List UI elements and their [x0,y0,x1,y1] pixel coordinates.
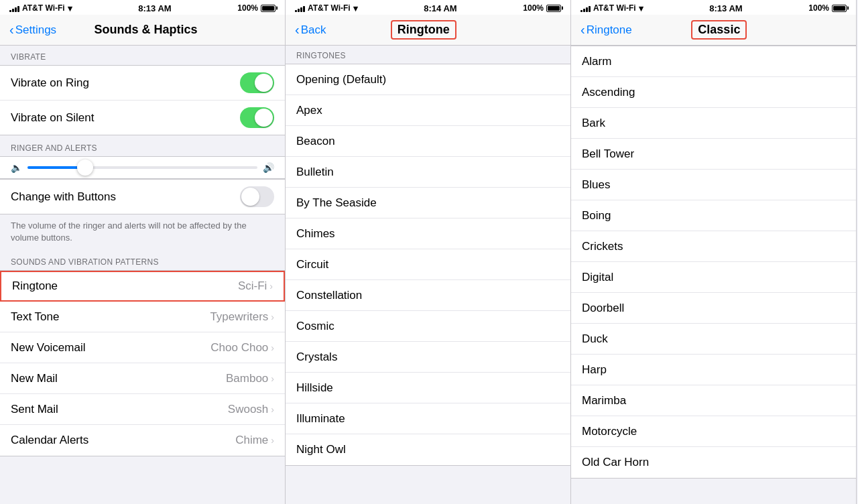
chevron-sent-mail: › [271,404,274,415]
battery-pct-1: 100% [237,3,258,13]
row-ringtone[interactable]: Ringtone Sci-Fi › [0,271,285,302]
chevron-calendar-alerts: › [271,435,274,446]
list-item-2[interactable]: Beacon [286,126,570,157]
classic-item-13[interactable]: Old Car Horn [571,447,856,478]
classic-item-11[interactable]: Marimba [571,385,856,416]
list-item-6[interactable]: Circuit [286,249,570,280]
list-item-9[interactable]: Crystals [286,342,570,373]
label-new-voicemail: New Voicemail [11,341,86,355]
status-right-1: 100% [237,3,275,13]
volume-slider-container: 🔈 🔊 [0,156,285,179]
classic-item-8[interactable]: Doorbell [571,293,856,324]
back-label-3: Ringtone [587,23,632,37]
volume-low-icon: 🔈 [11,162,22,173]
row-text-tone[interactable]: Text Tone Typewriters › [0,302,285,332]
panel-sounds-haptics: AT&T Wi-Fi ▾ 8:13 AM 100% ‹ Settings Sou… [0,0,286,504]
signal-icon-1 [9,5,19,12]
chevron-ringtone: › [269,281,273,292]
section-header-ringer: RINGER AND ALERTS [0,137,285,156]
label-change-buttons: Change with Buttons [11,190,116,204]
toggle-thumb-vibrate-ring [255,74,273,92]
nav-bar-2: ‹ Back Ringtone [286,15,570,46]
classic-group: Alarm Ascending Bark Bell Tower Blues Bo… [571,46,856,479]
row-sent-mail[interactable]: Sent Mail Swoosh › [0,394,285,425]
change-buttons-group: Change with Buttons [0,179,285,214]
time-3: 8:13 AM [709,3,742,13]
row-vibrate-silent[interactable]: Vibrate on Silent [0,101,285,135]
classic-item-1[interactable]: Ascending [571,77,856,108]
row-calendar-alerts[interactable]: Calendar Alerts Chime › [0,425,285,456]
list-item-11[interactable]: Illuminate [286,403,570,434]
row-new-voicemail[interactable]: New Voicemail Choo Choo › [0,332,285,363]
status-bar-1: AT&T Wi-Fi ▾ 8:13 AM 100% [0,0,285,15]
wifi-icon-2: ▾ [353,3,358,13]
row-vibrate-ring[interactable]: Vibrate on Ring [0,66,285,101]
status-right-3: 100% [808,3,847,13]
panel1-scroll[interactable]: VIBRATE Vibrate on Ring Vibrate on Silen… [0,46,285,504]
panel-ringtone: AT&T Wi-Fi ▾ 8:14 AM 100% ‹ Back Rington… [286,0,571,504]
list-item-3[interactable]: Bulletin [286,157,570,188]
nav-title-2: Ringtone [391,20,456,40]
ringtone-value-text: Sci-Fi [238,279,267,293]
sounds-group: Ringtone Sci-Fi › Text Tone Typewriters … [0,270,285,456]
battery-icon-3 [832,5,847,12]
classic-item-10[interactable]: Harp [571,355,856,385]
signal-icon-2 [295,5,305,12]
list-item-0[interactable]: Opening (Default) [286,64,570,95]
volume-slider-thumb[interactable] [77,160,93,176]
carrier-3: AT&T Wi-Fi [593,3,636,13]
classic-item-9[interactable]: Duck [571,324,856,355]
classic-item-4[interactable]: Blues [571,170,856,200]
toggle-change-buttons[interactable] [240,186,274,207]
row-new-mail[interactable]: New Mail Bamboo › [0,363,285,394]
classic-scroll[interactable]: Alarm Ascending Bark Bell Tower Blues Bo… [571,46,856,504]
status-right-2: 100% [523,3,561,13]
toggle-vibrate-silent[interactable] [240,107,274,128]
status-bar-2: AT&T Wi-Fi ▾ 8:14 AM 100% [286,0,570,15]
section-header-vibrate: VIBRATE [0,46,285,65]
list-item-5[interactable]: Chimes [286,218,570,249]
ringtones-header: RINGTONES [286,46,570,64]
label-calendar-alerts: Calendar Alerts [11,434,88,447]
nav-bar-3: ‹ Ringtone Classic [571,15,856,46]
classic-item-12[interactable]: Motorcycle [571,416,856,447]
list-item-8[interactable]: Cosmic [286,311,570,342]
back-button-2[interactable]: ‹ Back [295,22,326,38]
back-button-3[interactable]: ‹ Ringtone [580,22,632,38]
label-new-mail: New Mail [11,372,58,385]
list-item-1[interactable]: Apex [286,95,570,126]
classic-item-6[interactable]: Crickets [571,231,856,262]
toggle-thumb-change-buttons [241,188,259,206]
volume-slider-track[interactable] [27,166,257,169]
chevron-new-mail: › [271,373,274,384]
section-header-sounds: SOUNDS AND VIBRATION PATTERNS [0,251,285,270]
toggle-thumb-vibrate-silent [255,109,273,127]
change-buttons-note: The volume of the ringer and alerts will… [0,216,285,251]
classic-item-7[interactable]: Digital [571,262,856,293]
label-text-tone: Text Tone [11,310,59,324]
back-label-2: Back [301,23,326,37]
battery-pct-2: 100% [523,3,544,13]
list-item-10[interactable]: Hillside [286,373,570,403]
chevron-text-tone: › [271,312,274,322]
back-button-1[interactable]: ‹ Settings [9,22,56,38]
toggle-vibrate-ring[interactable] [240,72,274,93]
classic-item-0[interactable]: Alarm [571,46,856,77]
list-item-12[interactable]: Night Owl [286,434,570,465]
carrier-1: AT&T Wi-Fi [22,3,65,13]
value-new-voicemail: Choo Choo › [210,341,274,355]
list-item-7[interactable]: Constellation [286,280,570,311]
value-new-mail: Bamboo › [226,372,274,385]
classic-item-3[interactable]: Bell Tower [571,139,856,170]
status-left-1: AT&T Wi-Fi ▾ [9,3,72,13]
chevron-new-voicemail: › [271,342,274,353]
ringtones-scroll[interactable]: Opening (Default) Apex Beacon Bulletin B… [286,64,570,504]
volume-high-icon: 🔊 [263,162,274,173]
back-arrow-icon-1: ‹ [9,22,14,38]
battery-icon-1 [261,5,275,12]
classic-item-5[interactable]: Boing [571,200,856,231]
row-change-buttons[interactable]: Change with Buttons [0,180,285,214]
classic-item-2[interactable]: Bark [571,108,856,139]
list-item-4[interactable]: By The Seaside [286,188,570,218]
battery-icon-2 [546,5,561,12]
